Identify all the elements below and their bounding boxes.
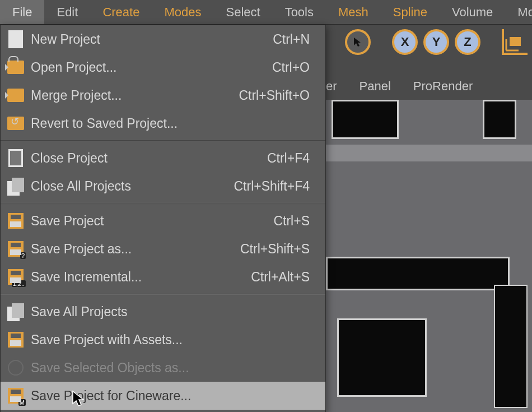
menu-item-save-cineware[interactable]: M Save Project for Cineware...	[1, 382, 325, 410]
viewport-tabs: er Panel ProRender	[326, 73, 473, 100]
menu-item-close-project[interactable]: Close Project Ctrl+F4	[1, 144, 325, 172]
menu-create[interactable]: Create	[90, 0, 152, 24]
menu-volume[interactable]: Volume	[440, 0, 505, 24]
save-all-icon	[7, 303, 24, 320]
menu-spline[interactable]: Spline	[381, 0, 440, 24]
menu-separator	[1, 203, 325, 204]
menu-item-new-project[interactable]: New Project Ctrl+N	[1, 25, 325, 53]
menu-item-save-incremental[interactable]: 1,2.. Save Incremental... Ctrl+Alt+S	[1, 263, 325, 291]
menu-item-save-project[interactable]: Save Project Ctrl+S	[1, 207, 325, 235]
menu-item-revert[interactable]: Revert to Saved Project...	[1, 109, 325, 137]
close-icon	[8, 149, 23, 167]
revert-icon	[7, 117, 24, 130]
menu-modes[interactable]: Modes	[152, 0, 213, 24]
open-folder-icon	[7, 61, 24, 74]
save-cineware-icon: M	[8, 388, 24, 404]
menu-item-save-all[interactable]: Save All Projects	[1, 298, 325, 326]
menu-item-open-project[interactable]: Open Project... Ctrl+O	[1, 53, 325, 81]
tab-prorender[interactable]: ProRender	[413, 79, 473, 94]
cursor-tool-icon[interactable]	[345, 29, 371, 55]
new-document-icon	[8, 30, 23, 48]
menu-select[interactable]: Select	[213, 0, 272, 24]
menu-separator	[1, 294, 325, 295]
axis-x-button[interactable]: X	[392, 29, 418, 55]
save-as-icon: ?	[8, 241, 24, 257]
menu-mesh[interactable]: Mesh	[326, 0, 381, 24]
svg-rect-0	[510, 37, 521, 46]
menu-edit[interactable]: Edit	[44, 0, 90, 24]
save-icon	[8, 213, 24, 229]
axis-z-button[interactable]: Z	[455, 29, 480, 55]
tab-panel[interactable]: Panel	[360, 79, 391, 94]
file-menu-dropdown: New Project Ctrl+N Open Project... Ctrl+…	[0, 25, 326, 412]
disabled-icon	[8, 360, 24, 376]
menu-item-save-as[interactable]: ? Save Project as... Ctrl+Shift+S	[1, 235, 325, 263]
tab-partial[interactable]: er	[326, 79, 337, 94]
save-assets-icon	[8, 332, 24, 348]
merge-icon	[7, 89, 24, 102]
menu-item-save-with-assets[interactable]: Save Project with Assets...	[1, 326, 325, 354]
save-incremental-icon: 1,2..	[8, 269, 24, 285]
menu-item-merge-project[interactable]: Merge Project... Ctrl+Shift+O	[1, 81, 325, 109]
menu-item-close-all[interactable]: Close All Projects Ctrl+Shift+F4	[1, 172, 325, 200]
menu-item-save-selected: Save Selected Objects as...	[1, 354, 325, 382]
close-all-icon	[7, 178, 24, 195]
menu-mograph[interactable]: MoGraph	[505, 0, 532, 24]
axis-y-button[interactable]: Y	[423, 29, 449, 55]
menu-tools[interactable]: Tools	[273, 0, 326, 24]
menu-file[interactable]: File	[0, 0, 44, 24]
menu-separator	[1, 140, 325, 141]
viewport-3d[interactable]	[326, 100, 532, 412]
coord-system-icon[interactable]	[502, 29, 528, 55]
menubar: File Edit Create Modes Select Tools Mesh…	[0, 0, 532, 25]
